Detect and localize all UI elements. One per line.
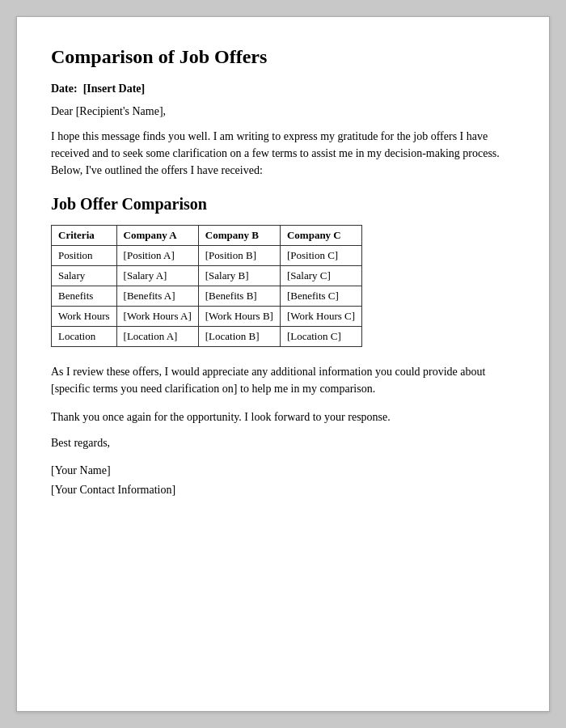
col-header-company-a: Company A	[116, 226, 198, 246]
closing-paragraph: As I review these offers, I would apprec…	[51, 363, 515, 397]
table-row: Work Hours[Work Hours A][Work Hours B][W…	[52, 307, 362, 327]
table-row: Location[Location A][Location B][Locatio…	[52, 327, 362, 347]
date-line: Date: [Insert Date]	[51, 83, 515, 95]
table-row: Position[Position A][Position B][Positio…	[52, 246, 362, 266]
table-cell-1-0: Salary	[52, 266, 117, 286]
comparison-table: Criteria Company A Company B Company C P…	[51, 225, 362, 347]
table-cell-3-2: [Work Hours B]	[198, 307, 280, 327]
table-cell-0-0: Position	[52, 246, 117, 266]
table-cell-2-1: [Benefits A]	[116, 286, 198, 307]
table-cell-1-2: [Salary B]	[198, 266, 280, 286]
page-title: Comparison of Job Offers	[51, 46, 515, 68]
table-body: Position[Position A][Position B][Positio…	[52, 246, 362, 347]
signature-name: [Your Name]	[51, 461, 515, 480]
thank-you: Thank you once again for the opportunity…	[51, 408, 515, 425]
intro-paragraph: I hope this message finds you well. I am…	[51, 128, 515, 179]
date-label: Date:	[51, 83, 78, 95]
table-cell-1-3: [Salary C]	[280, 266, 361, 286]
best-regards: Best regards,	[51, 437, 515, 450]
table-cell-0-2: [Position B]	[198, 246, 280, 266]
table-cell-4-3: [Location C]	[280, 327, 361, 347]
table-cell-3-3: [Work Hours C]	[280, 307, 361, 327]
table-cell-0-1: [Position A]	[116, 246, 198, 266]
salutation: Dear [Recipient's Name],	[51, 105, 515, 118]
table-cell-2-0: Benefits	[52, 286, 117, 307]
table-cell-4-0: Location	[52, 327, 117, 347]
table-cell-2-2: [Benefits B]	[198, 286, 280, 307]
col-header-company-c: Company C	[280, 226, 361, 246]
table-cell-2-3: [Benefits C]	[280, 286, 361, 307]
table-cell-3-0: Work Hours	[52, 307, 117, 327]
section-heading: Job Offer Comparison	[51, 195, 515, 214]
table-cell-0-3: [Position C]	[280, 246, 361, 266]
table-cell-1-1: [Salary A]	[116, 266, 198, 286]
date-value: [Insert Date]	[83, 83, 146, 95]
signature: [Your Name] [Your Contact Information]	[51, 461, 515, 500]
document-page: Comparison of Job Offers Date: [Insert D…	[16, 16, 550, 712]
col-header-company-b: Company B	[198, 226, 280, 246]
table-row: Benefits[Benefits A][Benefits B][Benefit…	[52, 286, 362, 307]
table-cell-4-1: [Location A]	[116, 327, 198, 347]
table-cell-4-2: [Location B]	[198, 327, 280, 347]
signature-contact: [Your Contact Information]	[51, 480, 515, 500]
col-header-criteria: Criteria	[52, 226, 117, 246]
table-row: Salary[Salary A][Salary B][Salary C]	[52, 266, 362, 286]
table-header-row: Criteria Company A Company B Company C	[52, 226, 362, 246]
table-cell-3-1: [Work Hours A]	[116, 307, 198, 327]
